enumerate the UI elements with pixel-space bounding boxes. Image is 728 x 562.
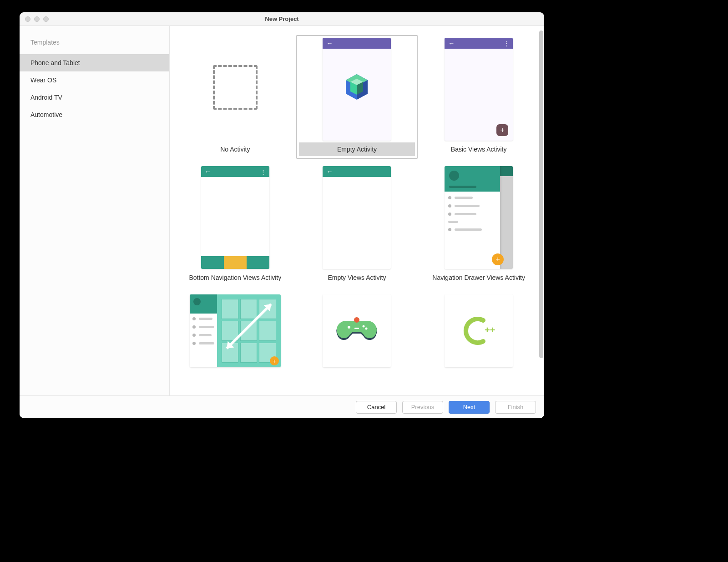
svg-point-10 <box>354 317 359 323</box>
template-bottom-navigation-views-activity[interactable]: ← ⋮ Bottom Navigation Views Activity <box>174 163 296 287</box>
finish-button[interactable]: Finish <box>495 401 536 414</box>
template-navigation-drawer-views-activity[interactable]: + Navigation Drawer Views Activity <box>418 163 540 287</box>
template-thumbnail: + <box>190 294 281 367</box>
template-thumbnail <box>323 294 391 367</box>
template-thumbnail: ← ⋮ + <box>445 38 513 141</box>
back-arrow-icon: ← <box>326 40 333 46</box>
templates-panel: No Activity ← <box>170 26 544 395</box>
dialog-body: Templates Phone and Tablet Wear OS Andro… <box>20 26 544 395</box>
template-thumbnail: + <box>445 166 513 269</box>
drawer-background-icon <box>500 166 513 269</box>
next-button[interactable]: Next <box>449 401 490 414</box>
templates-grid: No Activity ← <box>174 35 540 385</box>
drawer-panel-icon: + <box>445 166 500 269</box>
svg-point-12 <box>363 325 365 328</box>
app-bar-icon: ← ⋮ <box>445 38 513 49</box>
template-thumbnail: ← ⋮ <box>201 166 269 269</box>
template-label: Navigation Drawer Views Activity <box>432 274 525 281</box>
template-label: No Activity <box>220 146 250 153</box>
sidebar-item-label: Automotive <box>30 111 62 118</box>
svg-point-13 <box>365 328 368 330</box>
dialog-footer: Cancel Previous Next Finish <box>20 395 544 418</box>
minimize-window-icon[interactable] <box>34 16 40 22</box>
zoom-window-icon[interactable] <box>43 16 49 22</box>
avatar-icon <box>449 171 459 181</box>
sidebar-item-label: Android TV <box>30 94 62 101</box>
template-empty-views-activity[interactable]: ← Empty Views Activity <box>296 163 418 287</box>
new-project-window: New Project Templates Phone and Tablet W… <box>20 12 544 418</box>
templates-sidebar: Templates Phone and Tablet Wear OS Andro… <box>20 26 170 395</box>
template-thumbnail <box>201 38 269 141</box>
template-label: Basic Views Activity <box>451 146 507 153</box>
avatar-icon <box>193 298 201 305</box>
gamepad-icon <box>336 317 377 344</box>
window-controls <box>25 16 49 22</box>
overflow-menu-icon: ⋮ <box>260 168 266 175</box>
template-native-cpp[interactable]: ++ <box>418 292 540 385</box>
template-game-activity[interactable] <box>296 292 418 385</box>
bottom-nav-icon <box>201 256 269 269</box>
template-label: Bottom Navigation Views Activity <box>189 274 281 281</box>
sidebar-item-wear-os[interactable]: Wear OS <box>20 71 169 89</box>
fab-add-icon: + <box>496 124 508 136</box>
jetpack-compose-icon <box>344 73 369 101</box>
cancel-button[interactable]: Cancel <box>356 401 397 414</box>
template-basic-views-activity[interactable]: ← ⋮ + Basic Views Activity <box>418 35 540 159</box>
vertical-scrollbar[interactable] <box>539 30 543 358</box>
app-bar-icon: ← <box>323 38 391 49</box>
svg-text:++: ++ <box>485 325 495 335</box>
back-arrow-icon: ← <box>326 168 333 175</box>
app-bar-icon: ← <box>323 166 391 177</box>
grid-icon <box>222 299 276 363</box>
fab-add-icon: + <box>492 253 504 265</box>
svg-point-11 <box>348 326 350 329</box>
fab-add-icon: + <box>270 356 279 365</box>
back-arrow-icon: ← <box>205 168 211 175</box>
overflow-menu-icon: ⋮ <box>504 40 509 47</box>
template-thumbnail: ++ <box>445 294 513 367</box>
svg-rect-14 <box>354 328 359 329</box>
previous-button[interactable]: Previous <box>402 401 443 414</box>
close-window-icon[interactable] <box>25 16 30 22</box>
template-label: Empty Views Activity <box>328 274 386 281</box>
template-no-activity[interactable]: No Activity <box>174 35 296 159</box>
template-thumbnail: ← <box>323 38 391 141</box>
template-label: Empty Activity <box>337 146 377 153</box>
sidebar-item-automotive[interactable]: Automotive <box>20 106 169 123</box>
sidebar-item-label: Phone and Tablet <box>30 59 80 66</box>
sidebar-item-label: Wear OS <box>30 76 56 84</box>
back-arrow-icon: ← <box>448 40 455 46</box>
sidebar-item-phone-and-tablet[interactable]: Phone and Tablet <box>20 54 169 71</box>
template-responsive-views-activity[interactable]: + <box>174 292 296 385</box>
window-title: New Project <box>20 15 544 22</box>
app-bar-icon: ← ⋮ <box>201 166 269 177</box>
sidebar-header: Templates <box>20 39 169 54</box>
sidebar-item-android-tv[interactable]: Android TV <box>20 89 169 106</box>
template-thumbnail: ← <box>323 166 391 269</box>
template-empty-activity[interactable]: ← Empty Activity <box>296 35 418 159</box>
empty-dashed-box-icon <box>213 65 258 110</box>
titlebar: New Project <box>20 12 544 26</box>
cpp-icon: ++ <box>458 315 499 347</box>
